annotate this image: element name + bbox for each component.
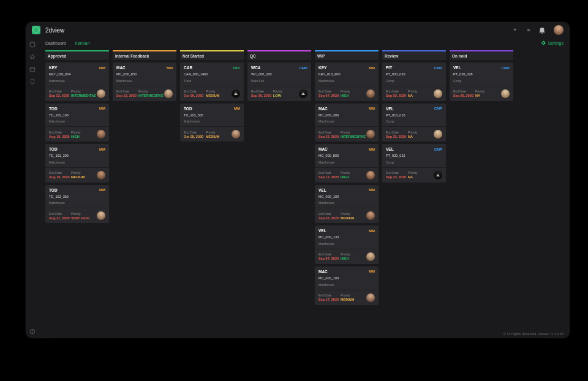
kanban-card[interactable]: WCACMPWC_000_100Paint OutEnd DateSep 29,… <box>247 62 311 101</box>
kanban-card[interactable]: KEYMMKEY_010_004MatchmoveEnd DateSep 23,… <box>45 62 109 101</box>
tab-dashboard[interactable]: Dashboard <box>45 41 66 45</box>
titlebar: 2dview + ≡ <box>26 22 570 38</box>
card-tag: MM <box>369 107 375 110</box>
nav-help-icon[interactable]: ? <box>29 328 36 334</box>
app-logo-icon <box>32 26 40 34</box>
assignee-avatar[interactable] <box>97 89 105 98</box>
priority-label: Priority <box>341 130 363 134</box>
end-date-value: Sep 12, 2020 <box>116 94 138 97</box>
assignee-avatar[interactable] <box>501 89 510 98</box>
end-date-label: End Date <box>318 171 341 175</box>
assignee-avatar[interactable] <box>366 252 375 261</box>
end-date-value: Sep 29, 2020 <box>251 94 273 97</box>
card-title: PIT <box>386 66 392 70</box>
card-code: WC_000_100 <box>251 72 307 77</box>
card-title: TOD <box>49 188 58 192</box>
end-date-label: End Date <box>318 89 341 93</box>
assignee-avatar[interactable] <box>434 171 442 179</box>
card-footer: End DateSep 07, 2020PriorityHIGH <box>318 89 375 98</box>
kanban-card[interactable]: MACMMMC_000_100MatchmoveEnd DateSep 17, … <box>315 266 379 305</box>
card-code: MC_000_100 <box>318 276 375 281</box>
priority-label: Priority <box>341 293 363 297</box>
end-date-value: Sep 05, 2020 <box>386 94 408 97</box>
card-code: MC_000_300 <box>318 113 375 118</box>
kanban-column: Not StartedCARTRKCAR_000_1460TrackEnd Da… <box>180 50 244 141</box>
card-title: VEL <box>386 107 394 111</box>
card-title: MAC <box>116 66 126 70</box>
priority-label: Priority <box>71 212 93 216</box>
assignee-avatar[interactable] <box>366 211 375 220</box>
assignee-avatar[interactable] <box>366 89 375 98</box>
user-avatar[interactable] <box>554 25 564 35</box>
card-title: MAC <box>318 270 328 274</box>
card-task: Comp <box>386 119 442 123</box>
card-footer: End DateSep 17, 2020PriorityMEDIUM <box>318 293 375 302</box>
kanban-card[interactable]: VELCMPPT_010_010CompEnd DateSep 22, 2020… <box>382 104 446 142</box>
column-header: WIP <box>315 50 379 60</box>
card-title: WCA <box>251 66 261 70</box>
assignee-avatar[interactable] <box>299 89 307 98</box>
settings-button[interactable]: Settings <box>541 40 564 45</box>
card-footer: End DateSep 07, 2020PriorityHIGH <box>318 252 375 261</box>
kanban-card[interactable]: TODMMTD_101_200MatchmoveEnd DateAug 19, … <box>45 144 109 183</box>
kanban-card[interactable]: VELMMMC_000_100MatchmoveEnd DateSep 03, … <box>315 185 379 224</box>
card-footer: End DateSep 12, 2020PriorityINTERMEDITAE <box>116 89 173 98</box>
assignee-avatar[interactable] <box>434 89 442 98</box>
end-date-value: Oct 06, 2020 <box>184 94 206 97</box>
kanban-card[interactable]: KEYMMKEY_010_900MatchmoveEnd DateSep 07,… <box>315 62 379 101</box>
card-code: PT_020_020 <box>386 72 442 77</box>
nav-calendar-icon[interactable] <box>29 66 36 72</box>
card-code: KEY_010_004 <box>49 72 105 77</box>
kanban-card[interactable]: CARTRKCAR_000_1460TrackEnd DateOct 06, 2… <box>180 62 244 101</box>
card-task: Matchmove <box>318 119 375 123</box>
card-task: Matchmove <box>318 160 375 164</box>
kanban-card[interactable]: VELMMMC_000_133MatchmoveEnd DateSep 07, … <box>315 225 379 264</box>
kanban-card[interactable]: MACMMMC_000_800MatchmoveEnd DateSep 12, … <box>315 144 379 183</box>
kanban-card[interactable]: TODMMTD_101_100MatchmoveEnd DateAug 18, … <box>45 104 109 142</box>
kanban-card[interactable]: VELCMPPT_020_022CompEnd DateSep 22, 2020… <box>382 144 446 183</box>
card-title: CAR <box>184 66 192 70</box>
card-footer: End DateSep 22, 2020PriorityNA <box>386 171 442 179</box>
assignee-avatar[interactable] <box>366 171 375 179</box>
priority-value: NA <box>408 135 430 138</box>
card-code: MC_000_800 <box>318 154 375 158</box>
kanban-card[interactable]: TODMMTD_102_360MatchmoveEnd DateAug 21, … <box>45 185 109 224</box>
assignee-avatar[interactable] <box>232 130 240 138</box>
add-icon[interactable]: + <box>511 26 519 34</box>
kanban-card[interactable]: MACMMMC_000_850MatchmoveEnd DateSep 12, … <box>113 62 176 101</box>
kanban-board: ApprovedKEYMMKEY_010_004MatchmoveEnd Dat… <box>39 48 570 330</box>
card-tag: MM <box>99 188 105 192</box>
column-header: Review <box>382 50 446 60</box>
card-title: MAC <box>318 107 328 111</box>
tab-kanban[interactable]: Kanban <box>75 41 89 45</box>
kanban-card[interactable]: TODMMTD_103_500MatchmoveEnd DateOct 05, … <box>180 104 244 142</box>
card-code: KEY_010_900 <box>318 72 375 77</box>
nav-projects-icon[interactable] <box>29 54 36 60</box>
end-date-value: Sep 03, 2020 <box>318 216 341 220</box>
card-footer: End DateSep 29, 2020PriorityLOW <box>251 89 307 98</box>
priority-label: Priority <box>138 89 160 93</box>
card-divider <box>315 290 379 290</box>
menu-icon[interactable]: ≡ <box>524 26 533 34</box>
assignee-avatar[interactable] <box>97 171 105 179</box>
end-date-value: Sep 28, 2020 <box>453 94 475 97</box>
nav-dashboard-icon[interactable] <box>29 42 36 48</box>
kanban-card[interactable]: VELCMPPT_020_028CompEnd DateSep 28, 2020… <box>450 62 513 101</box>
priority-value: NA <box>475 94 497 97</box>
card-tag: MM <box>167 66 173 70</box>
sidenav: ? <box>26 38 39 338</box>
card-title: TOD <box>49 147 58 151</box>
assignee-avatar[interactable] <box>232 89 240 98</box>
assignee-avatar[interactable] <box>434 130 442 138</box>
assignee-avatar[interactable] <box>366 130 375 138</box>
nav-reports-icon[interactable] <box>29 78 36 85</box>
priority-value: HIGH <box>341 175 363 179</box>
assignee-avatar[interactable] <box>97 130 105 138</box>
kanban-card[interactable]: PITCMPPT_020_020CompEnd DateSep 05, 2020… <box>382 62 446 101</box>
notification-icon[interactable] <box>538 26 546 34</box>
assignee-avatar[interactable] <box>164 89 173 98</box>
kanban-card[interactable]: MACMMMC_000_300MatchmoveEnd DateSep 22, … <box>315 104 379 142</box>
assignee-avatar[interactable] <box>97 211 105 220</box>
card-footer: End DateOct 05, 2020PriorityMEDIUM <box>184 130 240 138</box>
assignee-avatar[interactable] <box>366 293 375 302</box>
